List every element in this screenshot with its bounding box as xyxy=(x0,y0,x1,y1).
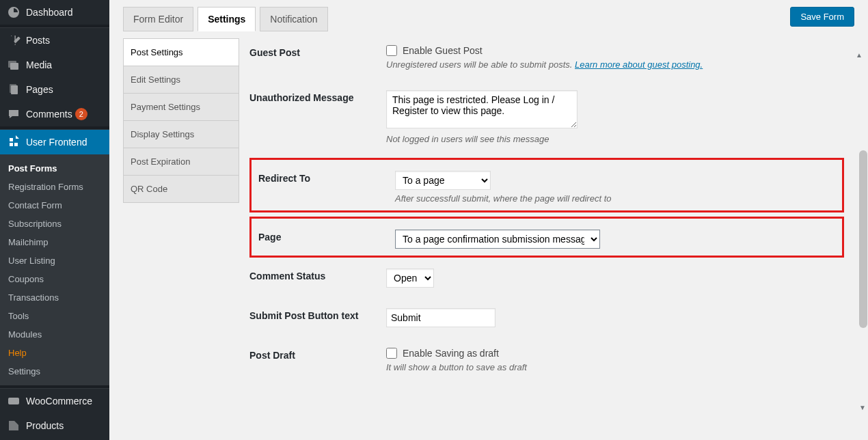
side-tab-payment-settings[interactable]: Payment Settings xyxy=(123,93,239,120)
save-form-button[interactable]: Save Form xyxy=(790,7,854,27)
settings-form-panel: Guest Post Enable Guest Post Unregistere… xyxy=(249,38,854,386)
input-submit-btn-text[interactable] xyxy=(386,308,496,327)
label-post-draft: Post Draft xyxy=(249,348,386,361)
row-post-draft: Post Draft Enable Saving as draft It wil… xyxy=(249,341,844,386)
row-comment-status: Comment Status Open xyxy=(249,262,844,301)
label-redirect: Redirect To xyxy=(258,171,395,184)
help-post-draft: It will show a button to save as draft xyxy=(386,362,844,372)
checkbox-guest-post-input[interactable] xyxy=(386,45,397,56)
row-redirect-to: Redirect To To a page After successfull … xyxy=(249,158,844,212)
pin-icon xyxy=(7,33,21,47)
subitem-tools[interactable]: Tools xyxy=(0,307,109,325)
panel-collapse-bottom[interactable]: ▼ xyxy=(859,404,866,411)
help-redirect: After successfull submit, where the page… xyxy=(395,193,835,204)
svg-rect-5 xyxy=(8,398,19,404)
sidebar-item-dashboard[interactable]: Dashboard xyxy=(0,0,109,25)
user-frontend-icon xyxy=(7,135,21,149)
tab-settings[interactable]: Settings xyxy=(198,7,256,31)
subitem-help[interactable]: Help xyxy=(0,344,109,362)
subitem-contact-form[interactable]: Contact Form xyxy=(0,196,109,215)
row-submit-button-text: Submit Post Button text xyxy=(249,301,844,341)
sidebar-item-media[interactable]: Media xyxy=(0,53,109,77)
sidebar-item-posts[interactable]: Posts xyxy=(0,28,109,53)
main-content: Form Editor Settings Notification Save F… xyxy=(109,0,868,440)
side-tab-edit-settings[interactable]: Edit Settings xyxy=(123,66,239,93)
main-tabs: Form Editor Settings Notification xyxy=(123,7,328,31)
media-icon xyxy=(7,58,21,72)
textarea-unauthorized[interactable]: This page is restricted. Please Log in /… xyxy=(386,90,578,128)
select-redirect[interactable]: To a page xyxy=(395,171,491,190)
sidebar-item-user-frontend[interactable]: User Frontend xyxy=(0,130,109,154)
subitem-mailchimp[interactable]: Mailchimp xyxy=(0,233,109,251)
checkbox-post-draft-label: Enable Saving as draft xyxy=(403,348,499,359)
subitem-coupons[interactable]: Coupons xyxy=(0,270,109,288)
side-tab-qr-code[interactable]: QR Code xyxy=(123,175,239,203)
sidebar-item-products[interactable]: Products xyxy=(0,413,109,438)
svg-rect-4 xyxy=(11,85,18,94)
tab-form-editor[interactable]: Form Editor xyxy=(123,7,193,31)
sidebar-item-label: Pages xyxy=(26,84,53,95)
page-icon xyxy=(7,83,21,96)
sidebar-item-label: User Frontend xyxy=(26,137,87,148)
checkbox-guest-post-label: Enable Guest Post xyxy=(403,45,483,56)
sidebar-item-label: WooCommerce xyxy=(26,396,92,407)
sidebar-item-label: Products xyxy=(26,420,64,431)
subitem-post-forms[interactable]: Post Forms xyxy=(0,159,109,178)
sidebar-item-label: Dashboard xyxy=(26,7,73,18)
label-unauthorized: Unauthorized Message xyxy=(249,90,386,103)
woocommerce-icon xyxy=(7,394,21,408)
sidebar-item-woocommerce[interactable]: WooCommerce xyxy=(0,389,109,413)
label-guest-post: Guest Post xyxy=(249,45,386,58)
help-guest-post: Unregistered users will be able to submi… xyxy=(386,59,844,70)
subitem-registration-forms[interactable]: Registration Forms xyxy=(0,178,109,196)
sidebar-submenu: Post Forms Registration Forms Contact Fo… xyxy=(0,154,109,385)
dashboard-icon xyxy=(7,5,21,19)
checkbox-post-draft[interactable]: Enable Saving as draft xyxy=(386,348,844,359)
row-guest-post: Guest Post Enable Guest Post Unregistere… xyxy=(249,38,844,83)
sidebar-item-label: Media xyxy=(26,59,52,70)
sidebar-item-label: Comments xyxy=(26,109,72,120)
settings-side-tabs: Post Settings Edit Settings Payment Sett… xyxy=(123,38,239,386)
sidebar-item-comments[interactable]: Comments 2 xyxy=(0,102,109,126)
link-guest-posting[interactable]: Learn more about guest posting. xyxy=(575,59,703,70)
products-icon xyxy=(7,419,21,432)
row-unauthorized-message: Unauthorized Message This page is restri… xyxy=(249,83,844,158)
select-comment-status[interactable]: Open xyxy=(386,269,434,288)
checkbox-post-draft-input[interactable] xyxy=(386,348,397,359)
subitem-user-listing[interactable]: User Listing xyxy=(0,251,109,270)
checkbox-guest-post[interactable]: Enable Guest Post xyxy=(386,45,844,56)
sidebar-item-pages[interactable]: Pages xyxy=(0,77,109,102)
subitem-transactions[interactable]: Transactions xyxy=(0,288,109,307)
scrollbar-thumb[interactable] xyxy=(859,150,867,328)
scrollbar-track[interactable] xyxy=(858,48,868,406)
tab-notification[interactable]: Notification xyxy=(260,7,327,31)
subitem-modules[interactable]: Modules xyxy=(0,325,109,344)
side-tab-display-settings[interactable]: Display Settings xyxy=(123,120,239,148)
subitem-settings[interactable]: Settings xyxy=(0,362,109,381)
side-tab-post-settings[interactable]: Post Settings xyxy=(123,38,239,66)
label-page: Page xyxy=(258,230,395,243)
label-submit-btn: Submit Post Button text xyxy=(249,308,386,321)
row-page: Page To a page confirmation submission m… xyxy=(249,217,844,258)
sidebar-item-label: Posts xyxy=(26,35,50,46)
subitem-subscriptions[interactable]: Subscriptions xyxy=(0,215,109,233)
comment-icon xyxy=(7,107,21,121)
side-tab-post-expiration[interactable]: Post Expiration xyxy=(123,148,239,175)
select-page[interactable]: To a page confirmation submission messag… xyxy=(395,230,600,249)
admin-sidebar: Dashboard Posts Media Pages Comments xyxy=(0,0,109,440)
help-unauthorized: Not logged in users will see this messag… xyxy=(386,134,844,144)
label-comment-status: Comment Status xyxy=(249,269,386,281)
svg-rect-2 xyxy=(10,63,18,70)
comments-badge: 2 xyxy=(75,108,87,120)
